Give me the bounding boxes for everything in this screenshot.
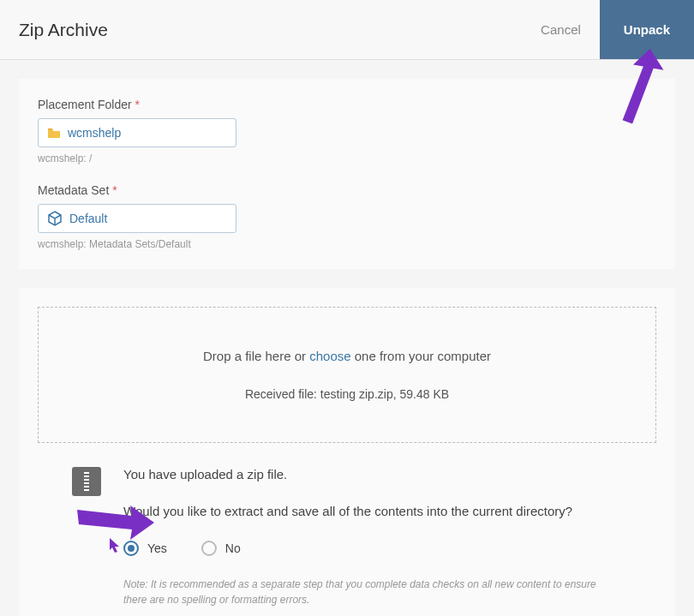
metadata-set-group: Metadata Set * Default wcmshelp: Metadat… xyxy=(38,183,656,250)
metadata-set-label: Metadata Set * xyxy=(38,183,656,197)
cube-icon xyxy=(47,211,63,226)
dialog-header: Zip Archive Cancel Unpack xyxy=(0,0,694,60)
extract-no-radio[interactable]: No xyxy=(201,541,241,556)
placement-folder-label: Placement Folder * xyxy=(38,98,656,111)
extract-yes-radio[interactable]: Yes xyxy=(123,541,167,556)
extract-section: You have uploaded a zip file. Would you … xyxy=(38,443,656,607)
unpack-button[interactable]: Unpack xyxy=(600,0,694,59)
metadata-set-chooser[interactable]: Default xyxy=(38,204,236,233)
received-file-info: Received file: testing zip.zip, 59.48 KB xyxy=(56,387,638,401)
dropzone-instruction: Drop a file here or choose one from your… xyxy=(56,349,638,363)
extract-radio-group: Yes No xyxy=(123,541,622,556)
folder-icon xyxy=(47,127,61,139)
dialog-title: Zip Archive xyxy=(19,20,108,40)
radio-unchecked-icon xyxy=(201,541,217,556)
placement-folder-group: Placement Folder * wcmshelp wcmshelp: / xyxy=(38,98,656,164)
choose-file-link[interactable]: choose xyxy=(309,349,350,363)
extract-question: Would you like to extract and save all o… xyxy=(123,504,622,518)
metadata-set-value: Default xyxy=(69,212,107,225)
upload-panel: Drop a file here or choose one from your… xyxy=(19,288,675,616)
extract-yes-label: Yes xyxy=(147,541,167,555)
header-actions: Cancel Unpack xyxy=(522,0,694,59)
extract-no-label: No xyxy=(225,541,241,555)
required-indicator: * xyxy=(132,98,140,111)
settings-panel: Placement Folder * wcmshelp wcmshelp: / … xyxy=(19,79,675,269)
uploaded-message: You have uploaded a zip file. xyxy=(123,467,622,481)
zip-file-icon xyxy=(72,467,101,496)
placement-folder-value: wcmshelp xyxy=(68,126,121,140)
radio-checked-icon xyxy=(123,541,139,556)
extract-note: Note: It is recommended as a separate st… xyxy=(123,577,622,607)
placement-folder-hint: wcmshelp: / xyxy=(38,153,656,164)
cancel-button[interactable]: Cancel xyxy=(522,0,600,59)
placement-folder-chooser[interactable]: wcmshelp xyxy=(38,118,236,147)
metadata-set-hint: wcmshelp: Metadata Sets/Default xyxy=(38,238,656,250)
required-indicator: * xyxy=(109,183,117,197)
file-dropzone[interactable]: Drop a file here or choose one from your… xyxy=(38,307,656,443)
